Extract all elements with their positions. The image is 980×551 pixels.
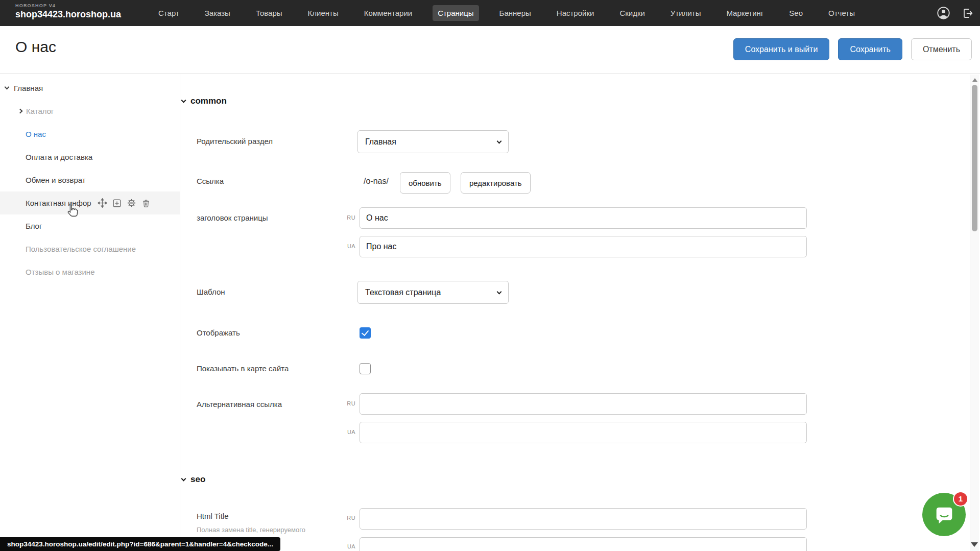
- sidebar-item-home[interactable]: Главная: [0, 77, 180, 100]
- add-page-icon[interactable]: [112, 199, 122, 208]
- parent-section-select[interactable]: Главная: [357, 130, 509, 153]
- move-icon[interactable]: [98, 198, 107, 208]
- menu-item-settings[interactable]: Настройки: [552, 5, 600, 21]
- sitemap-label: Показывать в карте сайта: [197, 364, 289, 373]
- collapse-chevron-icon: [181, 98, 186, 103]
- chevron-right-icon[interactable]: [18, 109, 23, 114]
- user-account-icon[interactable]: [937, 6, 950, 20]
- common-section-header[interactable]: common: [182, 96, 227, 106]
- save-button[interactable]: Сохранить: [838, 38, 902, 60]
- template-label: Шаблон: [197, 288, 225, 296]
- sidebar-divider: [180, 74, 180, 551]
- lang-badge-ua: UA: [332, 243, 355, 249]
- brand-logo[interactable]: HOROSHOP V4 shop34423.horoshop.ua: [15, 4, 121, 20]
- brand-domain: shop34423.horoshop.ua: [15, 10, 121, 20]
- lang-badge-ru: RU: [332, 400, 355, 406]
- lang-badge-ru: RU: [332, 515, 355, 521]
- save-and-exit-button[interactable]: Сохранить и выйти: [733, 38, 830, 60]
- link-label: Ссылка: [197, 177, 224, 185]
- html-title-ua-input[interactable]: [360, 537, 807, 551]
- alt-link-ua-input[interactable]: [360, 422, 807, 443]
- chat-unread-badge: 1: [953, 491, 968, 507]
- menu-item-seo[interactable]: Seo: [784, 5, 808, 21]
- seo-section-header[interactable]: seo: [182, 474, 205, 485]
- scrollbar-up-arrow-icon[interactable]: [972, 78, 977, 82]
- collapse-chevron-icon: [181, 476, 186, 481]
- chevron-down-icon[interactable]: [5, 85, 10, 90]
- sidebar-item-user-agreement[interactable]: Пользовательское соглашение: [0, 237, 180, 260]
- edit-link-button[interactable]: редактировать: [461, 172, 531, 194]
- lang-badge-ua: UA: [332, 429, 355, 435]
- settings-gear-icon[interactable]: [127, 198, 136, 208]
- sidebar-item-about[interactable]: О нас: [0, 123, 180, 146]
- scrollbar-thumb[interactable]: [972, 85, 977, 231]
- sidebar-item-blog[interactable]: Блог: [0, 214, 180, 237]
- menu-item-pages[interactable]: Страницы: [433, 5, 479, 21]
- page-header: О нас Сохранить и выйти Сохранить Отмени…: [0, 26, 980, 74]
- alt-link-ru-input[interactable]: [360, 393, 807, 415]
- header-actions: Сохранить и выйти Сохранить Отменить: [733, 38, 972, 60]
- mouse-cursor-pointer: [64, 202, 81, 221]
- menu-item-marketing[interactable]: Маркетинг: [721, 5, 769, 21]
- sidebar-item-catalog[interactable]: Каталог: [0, 100, 180, 123]
- link-value: /o-nas/: [364, 177, 389, 186]
- lang-badge-ua: UA: [332, 543, 355, 549]
- page-title-ua-input[interactable]: [360, 236, 807, 257]
- page-title-ru-input[interactable]: [360, 207, 807, 229]
- sidebar-item-payment-delivery[interactable]: Оплата и доставка: [0, 146, 180, 169]
- top-menu: Старт Заказы Товары Клиенты Комментарии …: [153, 0, 860, 26]
- link-status-tooltip: shop34423.horoshop.ua/edit/edit.php?id=6…: [0, 537, 280, 551]
- select-chevron-icon: [497, 138, 502, 143]
- html-title-hint: Полная замена title, генерируемого: [197, 526, 305, 534]
- pages-tree-sidebar: Главная Каталог О нас Оплата и доставка …: [0, 74, 180, 551]
- sidebar-item-exchange-return[interactable]: Обмен и возврат: [0, 169, 180, 191]
- menu-item-orders[interactable]: Заказы: [200, 5, 235, 21]
- scrollbar-down-arrow-icon[interactable]: [971, 542, 978, 547]
- update-link-button[interactable]: обновить: [400, 172, 450, 194]
- display-label: Отображать: [197, 328, 240, 337]
- html-title-ru-input[interactable]: [360, 508, 807, 530]
- alt-link-label: Альтернативная ссылка: [197, 400, 282, 409]
- cancel-button[interactable]: Отменить: [911, 38, 972, 60]
- lang-badge-ru: RU: [332, 214, 355, 221]
- html-title-label: Html Title: [197, 512, 229, 520]
- sidebar-item-store-reviews[interactable]: Отзывы о магазине: [0, 260, 180, 283]
- chat-bubble-icon: [933, 503, 956, 526]
- page-title-label: заголовок страницы: [197, 213, 268, 222]
- delete-trash-icon[interactable]: [141, 199, 151, 208]
- menu-item-discounts[interactable]: Скидки: [614, 5, 650, 21]
- logout-icon[interactable]: [962, 7, 974, 19]
- menu-item-utilities[interactable]: Утилиты: [665, 5, 706, 21]
- menu-item-start[interactable]: Старт: [153, 5, 184, 21]
- display-checkbox[interactable]: [360, 327, 371, 339]
- sitemap-checkbox[interactable]: [360, 363, 371, 374]
- parent-section-label: Родительский раздел: [197, 137, 273, 146]
- brand-version: HOROSHOP V4: [15, 4, 121, 9]
- menu-item-products[interactable]: Товары: [251, 5, 288, 21]
- select-chevron-icon: [497, 289, 502, 294]
- sidebar-item-contact-info[interactable]: Контактная инфор: [0, 191, 180, 214]
- menu-item-comments[interactable]: Комментарии: [359, 5, 417, 21]
- page-title: О нас: [15, 38, 56, 56]
- topbar: HOROSHOP V4 shop34423.horoshop.ua Старт …: [0, 0, 980, 26]
- template-select[interactable]: Текстовая страница: [357, 281, 509, 304]
- menu-item-reports[interactable]: Отчеты: [823, 5, 860, 21]
- content-scrollbar[interactable]: [970, 75, 979, 551]
- menu-item-clients[interactable]: Клиенты: [303, 5, 344, 21]
- menu-item-banners[interactable]: Баннеры: [494, 5, 536, 21]
